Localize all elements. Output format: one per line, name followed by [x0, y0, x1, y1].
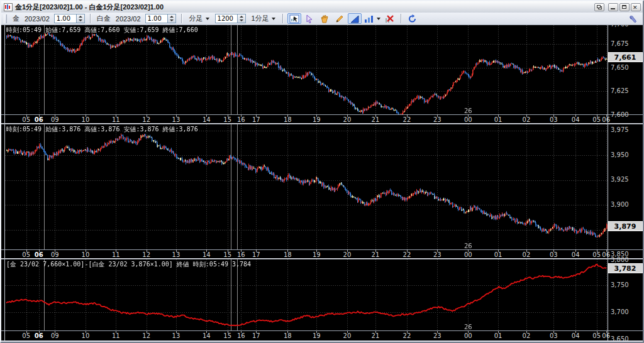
trend-tool-icon — [350, 14, 359, 23]
chart-type-button[interactable] — [363, 13, 382, 24]
price-axis-label: 3,925 — [611, 176, 629, 183]
toolbar-separator — [401, 14, 402, 23]
hour-label: 15 — [223, 332, 231, 339]
restore-group-button[interactable] — [594, 3, 604, 11]
plot-right-border — [608, 25, 608, 340]
platinum-contract-month: 2023/02 — [116, 15, 141, 23]
bars-count-down-button[interactable] — [238, 19, 245, 23]
hour-label: 13 — [172, 116, 180, 123]
trend-tool-button[interactable] — [348, 13, 362, 24]
price-axis-label: 7,625 — [611, 87, 629, 95]
hour-label: 16 — [237, 116, 245, 123]
spread-line-canvas[interactable] — [5, 259, 608, 330]
hour-label: 15 — [223, 251, 231, 258]
hour-label: 05 — [592, 251, 601, 258]
platinum-time-axis: 0506091011121314151617181920212223000102… — [1, 249, 643, 258]
timeframe-dropdown[interactable]: 1分足 — [250, 13, 277, 24]
hour-label: 12 — [142, 251, 150, 258]
app-icon — [4, 3, 13, 11]
hour-label: 02 — [523, 116, 531, 123]
hour-label: 06 — [602, 251, 610, 258]
chart-type-bars-icon — [364, 14, 374, 23]
spread-time-axis: 0506091011121314151617181920212223000102… — [1, 330, 643, 339]
title-bar[interactable]: 金1分足[2023/02]1.00 - 白金1分足[2023/02]1.00 ✕ — [1, 1, 643, 13]
hour-label: 02 — [523, 251, 531, 258]
hour-label: 10 — [82, 116, 90, 123]
draw-pencil-button[interactable] — [333, 13, 347, 24]
gold-ratio-spinner[interactable]: 1.00 — [54, 14, 85, 23]
refresh-button[interactable] — [406, 13, 419, 24]
window-title: 金1分足[2023/02]1.00 - 白金1分足[2023/02]1.00 — [15, 3, 594, 12]
hour-label: 13 — [172, 332, 180, 339]
refresh-icon — [408, 14, 417, 23]
bars-count-spinner[interactable]: 1200 — [215, 14, 246, 23]
chart-settings-button[interactable] — [626, 14, 640, 24]
hour-label: 00 — [464, 332, 472, 339]
settings-wrench-icon — [628, 15, 637, 24]
hour-label: 00 — [464, 116, 472, 123]
minimize-button[interactable] — [608, 3, 618, 11]
price-axis-label: 3,950 — [611, 151, 629, 159]
hour-label: 04 — [572, 332, 580, 339]
hour-label: 15 — [223, 116, 231, 123]
platinum-candlestick-canvas[interactable] — [5, 124, 608, 249]
select-arrow-button[interactable] — [303, 13, 316, 24]
hour-label: 03 — [550, 332, 558, 339]
hour-label: 05 — [592, 116, 601, 123]
hour-label: 11 — [112, 116, 120, 123]
platinum-chart-panel: 時刻:05:49 始値:3,876 高値:3,876 安値:3,876 終値:3… — [5, 124, 608, 249]
hour-label: 04 — [572, 251, 580, 258]
interval-dropdown[interactable]: 分足 — [187, 13, 211, 24]
hour-label: 18 — [284, 332, 292, 339]
close-button[interactable]: ✕ — [631, 3, 641, 11]
hour-label: 17 — [252, 251, 260, 258]
price-axis-label: 3,750 — [611, 281, 629, 289]
chevron-down-icon — [377, 18, 380, 20]
hour-label: 12 — [142, 332, 150, 339]
hour-label: 20 — [343, 332, 352, 339]
gold-candlestick-canvas[interactable] — [5, 25, 608, 114]
gold-ratio-down-button[interactable] — [77, 19, 84, 23]
gold-ratio-value[interactable]: 1.00 — [55, 14, 76, 23]
hour-label: 11 — [112, 251, 120, 258]
price-axis-label: 7,600 — [611, 111, 629, 119]
hour-label: 01 — [494, 251, 502, 258]
hour-label: 01 — [494, 332, 502, 339]
hour-label: 13 — [172, 251, 180, 258]
hour-label: 19 — [313, 332, 321, 339]
hour-label: 12 — [142, 116, 150, 123]
hour-label: 10 — [82, 332, 90, 339]
platinum-ratio-value[interactable]: 1.00 — [146, 14, 167, 23]
pan-hand-button[interactable] — [318, 13, 331, 24]
hour-label: 16 — [237, 251, 245, 258]
toolbar-separator — [181, 14, 182, 23]
hour-label: 03 — [550, 116, 558, 123]
date-label: 26 — [464, 107, 472, 114]
platinum-ratio-spinner[interactable]: 1.00 — [145, 14, 176, 23]
date-label: 26 — [464, 324, 472, 330]
hour-label: 17 — [252, 116, 260, 123]
hour-label: 16 — [237, 332, 245, 339]
delete-drawing-icon — [385, 14, 394, 23]
hour-label: 06 — [602, 332, 610, 339]
hour-label: 17 — [252, 332, 260, 339]
chart-content-area: 時刻:05:49 始値:7,659 高値:7,660 安値:7,659 終値:7… — [1, 25, 643, 340]
hour-label: 06 — [602, 116, 610, 123]
hour-label: 05 — [22, 251, 30, 258]
platinum-ratio-down-button[interactable] — [168, 19, 175, 23]
draw-pencil-icon — [335, 14, 344, 23]
plot-left-border — [4, 25, 5, 340]
platinum-label: 白金 — [97, 14, 111, 23]
price-axis-label: 3,975 — [611, 126, 629, 134]
platinum-current-price-badge: 3,879 — [608, 221, 643, 231]
hour-label: 04 — [572, 116, 580, 123]
gold-contract-month: 2023/02 — [25, 15, 50, 23]
delete-drawing-button[interactable] — [383, 13, 397, 24]
maximize-button[interactable] — [619, 3, 630, 11]
chart-cursor-button[interactable] — [287, 13, 301, 24]
bars-count-value[interactable]: 1200 — [216, 14, 237, 23]
hour-label: 05 — [22, 116, 30, 123]
hour-label: 18 — [284, 116, 292, 123]
hour-label: 09 — [51, 251, 59, 258]
toolbar-grip[interactable] — [4, 14, 7, 23]
